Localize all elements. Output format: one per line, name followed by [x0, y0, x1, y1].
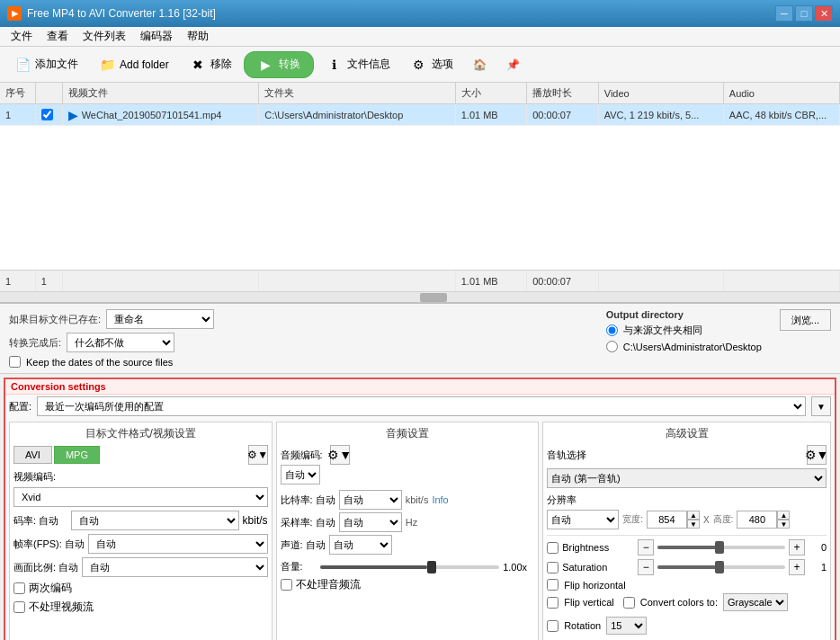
brightness-slider[interactable] [657, 546, 785, 549]
dual-encode-checkbox[interactable] [13, 582, 25, 594]
fps-select[interactable]: 自动 [88, 534, 268, 554]
home-button[interactable]: 🏠 [465, 54, 495, 76]
file-info-button[interactable]: ℹ 文件信息 [317, 51, 398, 78]
close-button[interactable]: ✕ [815, 5, 833, 22]
col-header-size: 大小 [456, 83, 528, 103]
width-spin-down[interactable]: ▼ [687, 520, 700, 529]
width-spin-up[interactable]: ▲ [687, 511, 700, 520]
col-header-folder: 文件夹 [259, 83, 456, 103]
sample-rate-select[interactable]: 自动 [339, 512, 402, 532]
rotation-row: Rotation 15 [547, 617, 647, 635]
width-spinner[interactable]: ▲ ▼ [687, 511, 700, 529]
width-input[interactable] [647, 511, 687, 529]
rotation-select[interactable]: 15 [606, 617, 647, 635]
height-label: 高度: [713, 513, 734, 526]
saturation-plus[interactable]: + [789, 559, 805, 575]
height-spinner[interactable]: ▲ ▼ [777, 511, 790, 529]
horizontal-scrollbar[interactable] [0, 291, 840, 302]
tab-mpg[interactable]: MPG [54, 446, 100, 464]
audio-codec-row: 音频编码: ⚙▼ [281, 445, 535, 465]
radio-custom[interactable] [606, 341, 618, 352]
table-row[interactable]: 1 ▶ WeChat_20190507101541.mp4 C:\Users\A… [0, 104, 840, 126]
if-exists-select[interactable]: 重命名 [106, 309, 214, 329]
no-audio-checkbox[interactable] [281, 579, 292, 591]
minimize-button[interactable]: ─ [775, 5, 793, 22]
video-settings-icon-button[interactable]: ⚙▼ [248, 445, 268, 465]
bitrate-select[interactable]: 自动 [71, 511, 239, 530]
saturation-checkbox[interactable] [547, 562, 559, 573]
resolution-select[interactable]: 自动 [547, 510, 619, 529]
flip-v-checkbox[interactable] [547, 597, 559, 609]
maximize-button[interactable]: □ [795, 5, 813, 22]
aspect-label: 画面比例: 自动 [13, 561, 78, 574]
config-arrow-button[interactable]: ▼ [811, 396, 831, 416]
height-spin-up[interactable]: ▲ [777, 511, 790, 520]
keep-dates-checkbox[interactable] [9, 356, 21, 368]
cell-check[interactable] [36, 104, 63, 125]
file-info-icon: ℹ [326, 56, 344, 74]
volume-section: 音量: 1.00x [281, 560, 535, 573]
flip-v-convert-row: Flip vertical Convert colors to: Graysca… [547, 593, 827, 614]
convert-colors-checkbox[interactable] [623, 597, 635, 609]
volume-slider[interactable] [320, 565, 500, 569]
brightness-plus[interactable]: + [789, 539, 805, 556]
conv-settings-title: Conversion settings [5, 379, 835, 395]
browse-button[interactable]: 浏览... [780, 309, 831, 331]
brightness-minus[interactable]: − [638, 539, 654, 556]
flip-h-checkbox[interactable] [547, 579, 559, 591]
config-select[interactable]: 最近一次编码所使用的配置 [37, 396, 806, 416]
brightness-thumb[interactable] [715, 541, 724, 554]
audio-codec-select[interactable]: 自动 [281, 465, 320, 484]
width-label: 宽度: [622, 513, 643, 526]
audio-codec-label: 音频编码: [281, 449, 323, 462]
brightness-checkbox[interactable] [547, 542, 559, 554]
saturation-minus[interactable]: − [638, 559, 654, 575]
scrollbar-thumb[interactable] [420, 293, 447, 302]
no-video-row: 不处理视频流 [13, 600, 268, 615]
options-button[interactable]: ⚙ 选项 [402, 51, 461, 78]
menu-help[interactable]: 帮助 [180, 27, 216, 46]
audio-gear-button[interactable]: ⚙▼ [330, 445, 350, 465]
audio-track-gear-button[interactable]: ⚙▼ [807, 445, 827, 465]
tab-avi[interactable]: AVI [13, 446, 52, 464]
saturation-slider[interactable] [657, 565, 785, 569]
remove-button[interactable]: ✖ 移除 [181, 51, 240, 78]
height-input[interactable] [737, 511, 777, 529]
audio-codec-select-row: 自动 [281, 465, 535, 484]
channel-select[interactable]: 自动 [329, 535, 392, 555]
after-convert-label: 转换完成后: [9, 336, 61, 350]
pin-button[interactable]: 📌 [498, 54, 528, 76]
height-spin-down[interactable]: ▼ [777, 520, 790, 529]
audio-bitrate-select[interactable]: 自动 [339, 490, 402, 510]
aspect-select[interactable]: 自动 [82, 557, 267, 577]
radio-same[interactable] [606, 324, 618, 336]
menu-encoder[interactable]: 编码器 [133, 27, 180, 46]
row-checkbox[interactable] [41, 109, 53, 120]
no-video-checkbox[interactable] [13, 601, 25, 613]
info-link[interactable]: Info [432, 494, 448, 505]
sample-rate-row: 采样率: 自动 自动 Hz [281, 512, 535, 532]
add-folder-button[interactable]: 📁 Add folder [90, 51, 177, 78]
channel-row: 声道: 自动 自动 [281, 535, 535, 555]
rotation-checkbox[interactable] [547, 620, 559, 632]
menu-filelist[interactable]: 文件列表 [76, 27, 133, 46]
saturation-thumb[interactable] [715, 561, 724, 573]
convert-button[interactable]: ▶ 转换 [244, 51, 314, 78]
menu-view[interactable]: 查看 [40, 27, 76, 46]
advanced-panel: 高级设置 音轨选择 ⚙▼ 自动 (第一音轨) 分辨率 自动 宽度: [542, 422, 831, 640]
video-codec-select[interactable]: Xvid [13, 487, 268, 507]
toolbar: 📄 添加文件 📁 Add folder ✖ 移除 ▶ 转换 ℹ 文件信息 ⚙ 选… [0, 47, 840, 83]
audio-bitrate-row: 比特率: 自动 自动 kbit/s Info [281, 490, 535, 510]
video-codec-row: 视频编码: [13, 470, 268, 484]
add-file-button[interactable]: 📄 添加文件 [5, 51, 86, 78]
audio-track-select[interactable]: 自动 (第一音轨) [547, 468, 827, 488]
convert-colors-select[interactable]: Grayscale [723, 593, 788, 611]
after-convert-select[interactable]: 什么都不做 [67, 333, 174, 352]
cell-audio: AAC, 48 kbit/s CBR,... [724, 104, 840, 125]
menu-file[interactable]: 文件 [4, 27, 40, 46]
config-label: 配置: [9, 400, 31, 413]
volume-thumb[interactable] [427, 561, 436, 573]
options-icon: ⚙ [410, 56, 428, 74]
no-video-label: 不处理视频流 [29, 600, 94, 615]
col-header-audio: Audio [724, 83, 840, 103]
